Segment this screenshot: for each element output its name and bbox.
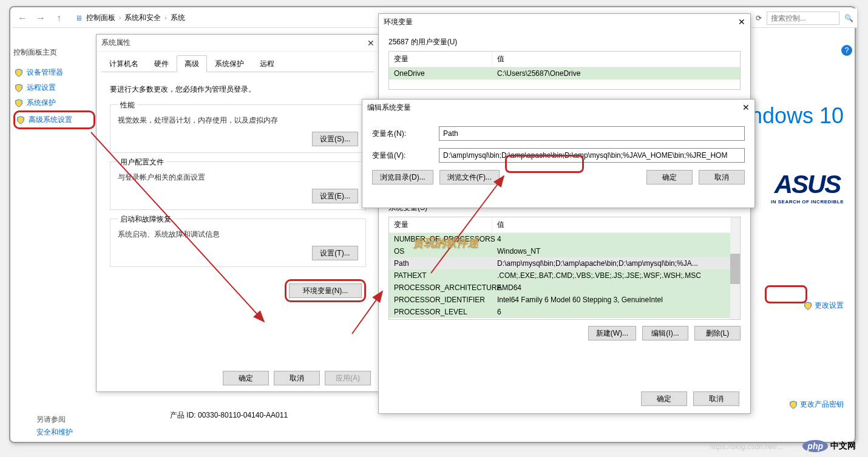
php-badge: php中文网 bbox=[802, 440, 856, 452]
table-row[interactable]: PATHEXT.COM;.EXE;.BAT;.CMD;.VBS;.VBE;.JS… bbox=[389, 269, 740, 282]
shield-icon bbox=[15, 69, 23, 77]
tab-hardware[interactable]: 硬件 bbox=[146, 55, 177, 72]
cancel-button[interactable]: 取消 bbox=[699, 170, 745, 184]
var-name-label: 变量名(N): bbox=[372, 129, 439, 139]
tab-remote[interactable]: 远程 bbox=[252, 55, 282, 72]
performance-group: 性能 视觉效果，处理器计划，内存使用，以及虚拟内存 设置(S)... bbox=[110, 104, 366, 153]
close-icon[interactable]: ✕ bbox=[742, 103, 750, 112]
tab-computer-name[interactable]: 计算机名 bbox=[101, 55, 146, 72]
csdn-watermark: https://blog.csdn.net/... bbox=[710, 442, 783, 451]
search-input[interactable] bbox=[767, 12, 839, 25]
user-profile-settings-button[interactable]: 设置(E)... bbox=[312, 189, 358, 203]
sidebar-item-remote[interactable]: 远程设置 bbox=[13, 80, 95, 95]
ok-button[interactable]: 确定 bbox=[641, 391, 687, 406]
delete-button[interactable]: 删除(L) bbox=[694, 326, 741, 340]
titlebar[interactable]: 系统属性 ✕ bbox=[97, 35, 379, 52]
titlebar[interactable]: 编辑系统变量 ✕ bbox=[362, 100, 754, 115]
table-row[interactable]: NUMBER_OF_PROCESSORS4 bbox=[389, 233, 740, 245]
admin-note: 要进行大多数更改，您必须作为管理员登录。 bbox=[110, 84, 366, 95]
back-button[interactable]: ← bbox=[16, 12, 29, 25]
titlebar[interactable]: 环境变量 ✕ bbox=[379, 14, 750, 30]
var-value-input[interactable] bbox=[439, 148, 745, 163]
ok-button[interactable]: 确定 bbox=[646, 170, 693, 184]
sidebar-see-also: 另请参阅 安全和维护 bbox=[36, 412, 73, 440]
ok-button[interactable]: 确定 bbox=[223, 371, 269, 385]
table-row[interactable]: PROCESSOR_LEVEL6 bbox=[389, 306, 740, 318]
cancel-button[interactable]: 取消 bbox=[693, 391, 739, 406]
startup-group: 启动和故障恢复 系统启动、系统故障和调试信息 设置(T)... bbox=[110, 218, 366, 267]
startup-settings-button[interactable]: 设置(T)... bbox=[312, 246, 358, 260]
close-icon[interactable]: ✕ bbox=[738, 17, 745, 27]
table-row[interactable]: OneDrive C:\Users\25687\OneDrive bbox=[389, 67, 740, 80]
breadcrumb[interactable]: 🖥 控制面板› 系统和安全› 系统 bbox=[75, 13, 185, 23]
table-row[interactable]: OSWindows_NT bbox=[389, 245, 740, 257]
search-icon[interactable]: 🔍 bbox=[844, 14, 853, 22]
shield-icon bbox=[15, 99, 23, 107]
env-vars-button[interactable]: 环境变量(N)... bbox=[289, 283, 362, 298]
close-icon[interactable]: ✕ bbox=[367, 38, 375, 48]
product-id: 产品 ID: 00330-80110-04140-AA011 bbox=[170, 410, 288, 421]
user-vars-label: 25687 的用户变量(U) bbox=[388, 37, 741, 47]
change-product-key-link[interactable]: 更改产品密钥 bbox=[789, 399, 844, 410]
browse-file-button[interactable]: 浏览文件(F)... bbox=[439, 170, 500, 184]
forward-button[interactable]: → bbox=[34, 12, 47, 25]
edit-sysvar-dialog: 编辑系统变量 ✕ 变量名(N): 变量值(V): 浏览目录(D)... 浏览文件… bbox=[362, 99, 755, 208]
help-icon[interactable]: ? bbox=[841, 45, 852, 56]
up-button[interactable]: ↑ bbox=[52, 12, 66, 25]
tab-protection[interactable]: 系统保护 bbox=[207, 55, 252, 72]
tabs: 计算机名 硬件 高级 系统保护 远程 bbox=[101, 55, 375, 72]
scrollbar-thumb[interactable] bbox=[730, 254, 740, 284]
asus-logo: ASUS IN SEARCH OF INCREDIBLE bbox=[771, 170, 844, 205]
edit-button[interactable]: 编辑(I)... bbox=[642, 326, 688, 340]
change-settings-link[interactable]: 更改设置 bbox=[804, 300, 844, 311]
user-vars-table[interactable]: 变量 值 OneDrive C:\Users\25687\OneDrive bbox=[388, 51, 741, 90]
env-vars-dialog: 环境变量 ✕ 25687 的用户变量(U) 变量 值 OneDrive C:\U… bbox=[378, 13, 751, 414]
sidebar-item-advanced[interactable]: 高级系统设置 bbox=[13, 110, 95, 129]
user-profile-group: 用户配置文件 与登录帐户相关的桌面设置 设置(E)... bbox=[110, 161, 366, 210]
refresh-icon[interactable]: ⟳ bbox=[756, 14, 762, 22]
var-name-input[interactable] bbox=[439, 126, 745, 141]
sidebar-item-protection[interactable]: 系统保护 bbox=[13, 95, 95, 110]
sidebar-item-device-manager[interactable]: 设备管理器 bbox=[13, 65, 95, 80]
sidebar-title: 控制面板主页 bbox=[13, 47, 95, 58]
cancel-button[interactable]: 取消 bbox=[274, 371, 320, 385]
shield-icon bbox=[789, 401, 798, 409]
tab-advanced[interactable]: 高级 bbox=[177, 55, 207, 72]
dialog-title: 系统属性 bbox=[101, 38, 131, 48]
var-value-label: 变量值(V): bbox=[372, 151, 439, 161]
shield-icon bbox=[804, 302, 812, 310]
table-row[interactable]: PROCESSOR_ARCHITECTUREAMD64 bbox=[389, 282, 740, 294]
table-row-path[interactable]: PathD:\amp\mysql\bin;D:\amp\apache\bin;D… bbox=[389, 257, 740, 269]
system-properties-dialog: 系统属性 ✕ 计算机名 硬件 高级 系统保护 远程 要进行大多数更改，您必须作为… bbox=[96, 34, 380, 392]
table-row[interactable]: PROCESSOR_IDENTIFIERIntel64 Family 6 Mod… bbox=[389, 294, 740, 306]
sys-vars-table[interactable]: 变量 值 NUMBER_OF_PROCESSORS4 OSWindows_NT … bbox=[388, 217, 741, 320]
dialog-title: 编辑系统变量 bbox=[367, 103, 411, 113]
dialog-title: 环境变量 bbox=[384, 17, 413, 27]
apply-button[interactable]: 应用(A) bbox=[325, 371, 371, 385]
sidebar: 控制面板主页 设备管理器 远程设置 系统保护 高级系统设置 bbox=[13, 47, 95, 129]
browse-dir-button[interactable]: 浏览目录(D)... bbox=[372, 170, 433, 184]
performance-settings-button[interactable]: 设置(S)... bbox=[312, 132, 358, 146]
shield-icon bbox=[15, 84, 23, 92]
new-button[interactable]: 新建(W)... bbox=[588, 326, 636, 340]
sidebar-link-security[interactable]: 安全和维护 bbox=[36, 427, 73, 438]
shield-icon bbox=[16, 116, 25, 124]
